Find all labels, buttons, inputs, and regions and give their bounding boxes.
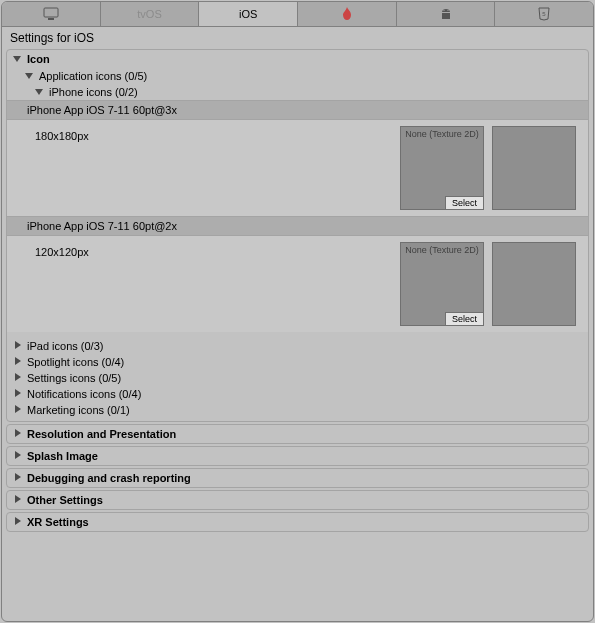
section-xr: XR Settings — [6, 512, 589, 532]
select-button[interactable]: Select — [445, 312, 483, 325]
texture-placeholder: None (Texture 2D) — [405, 127, 479, 140]
row-spotlight-icons[interactable]: Spotlight icons (0/4) — [7, 354, 588, 370]
icon-preview — [492, 242, 576, 326]
platform-tabs: tvOS iOS 5 — [2, 2, 593, 27]
section-xr-label: XR Settings — [27, 516, 89, 528]
icon-size-label: 120x120px — [35, 242, 400, 258]
texture-placeholder: None (Texture 2D) — [405, 243, 479, 256]
foldout-right-icon — [13, 517, 23, 527]
svg-rect-1 — [48, 18, 54, 20]
settings-icons-label: Settings icons (0/5) — [27, 372, 121, 384]
section-debug-label: Debugging and crash reporting — [27, 472, 191, 484]
section-other: Other Settings — [6, 490, 589, 510]
svg-point-2 — [443, 10, 444, 11]
tab-ios-label: iOS — [239, 8, 257, 20]
texture-picker[interactable]: None (Texture 2D) Select — [400, 126, 484, 210]
section-splash-header[interactable]: Splash Image — [7, 447, 588, 465]
icon-slot-header: iPhone App iOS 7-11 60pt@3x — [7, 100, 588, 120]
row-application-icons[interactable]: Application icons (0/5) — [7, 68, 588, 84]
texture-picker[interactable]: None (Texture 2D) Select — [400, 242, 484, 326]
row-ipad-icons[interactable]: iPad icons (0/3) — [7, 338, 588, 354]
foldout-right-icon — [13, 495, 23, 505]
notifications-icons-label: Notifications icons (0/4) — [27, 388, 141, 400]
section-xr-header[interactable]: XR Settings — [7, 513, 588, 531]
android-icon — [439, 7, 453, 21]
icon-preview — [492, 126, 576, 210]
marketing-icons-label: Marketing icons (0/1) — [27, 404, 130, 416]
icon-slot: 180x180px None (Texture 2D) Select — [7, 120, 588, 216]
icon-size-label: 180x180px — [35, 126, 400, 142]
tab-android[interactable] — [397, 2, 496, 26]
foldout-right-icon — [13, 429, 23, 439]
section-other-label: Other Settings — [27, 494, 103, 506]
section-resolution: Resolution and Presentation — [6, 424, 589, 444]
page-title: Settings for iOS — [2, 27, 593, 49]
section-icon-label: Icon — [27, 53, 50, 65]
section-resolution-header[interactable]: Resolution and Presentation — [7, 425, 588, 443]
html5-icon: 5 — [538, 7, 550, 21]
spotlight-icons-label: Spotlight icons (0/4) — [27, 356, 124, 368]
tab-ios[interactable]: iOS — [199, 2, 298, 26]
ipad-icons-label: iPad icons (0/3) — [27, 340, 103, 352]
tab-standalone[interactable] — [2, 2, 101, 26]
foldout-down-icon — [35, 87, 45, 97]
section-splash-label: Splash Image — [27, 450, 98, 462]
foldout-down-icon — [25, 71, 35, 81]
row-settings-icons[interactable]: Settings icons (0/5) — [7, 370, 588, 386]
section-other-header[interactable]: Other Settings — [7, 491, 588, 509]
svg-rect-0 — [44, 8, 58, 17]
row-notifications-icons[interactable]: Notifications icons (0/4) — [7, 386, 588, 402]
tab-tvos[interactable]: tvOS — [101, 2, 200, 26]
section-icon: Icon Application icons (0/5) iPhone icon… — [6, 49, 589, 422]
application-icons-label: Application icons (0/5) — [39, 70, 147, 82]
section-debug-header[interactable]: Debugging and crash reporting — [7, 469, 588, 487]
foldout-down-icon — [13, 54, 23, 64]
section-splash: Splash Image — [6, 446, 589, 466]
tab-fire[interactable] — [298, 2, 397, 26]
svg-point-3 — [447, 10, 448, 11]
icon-slot: 120x120px None (Texture 2D) Select — [7, 236, 588, 332]
section-resolution-label: Resolution and Presentation — [27, 428, 176, 440]
foldout-right-icon — [13, 451, 23, 461]
svg-text:5: 5 — [543, 11, 547, 17]
foldout-right-icon — [13, 389, 23, 399]
foldout-right-icon — [13, 473, 23, 483]
row-marketing-icons[interactable]: Marketing icons (0/1) — [7, 402, 588, 421]
section-debug: Debugging and crash reporting — [6, 468, 589, 488]
row-iphone-icons[interactable]: iPhone icons (0/2) — [7, 84, 588, 100]
tab-webgl[interactable]: 5 — [495, 2, 593, 26]
foldout-right-icon — [13, 405, 23, 415]
foldout-right-icon — [13, 373, 23, 383]
tab-tvos-label: tvOS — [137, 8, 161, 20]
monitor-icon — [43, 7, 59, 21]
fire-icon — [341, 7, 353, 21]
select-button[interactable]: Select — [445, 196, 483, 209]
iphone-icons-label: iPhone icons (0/2) — [49, 86, 138, 98]
section-icon-header[interactable]: Icon — [7, 50, 588, 68]
foldout-right-icon — [13, 341, 23, 351]
icon-slot-header: iPhone App iOS 7-11 60pt@2x — [7, 216, 588, 236]
foldout-right-icon — [13, 357, 23, 367]
